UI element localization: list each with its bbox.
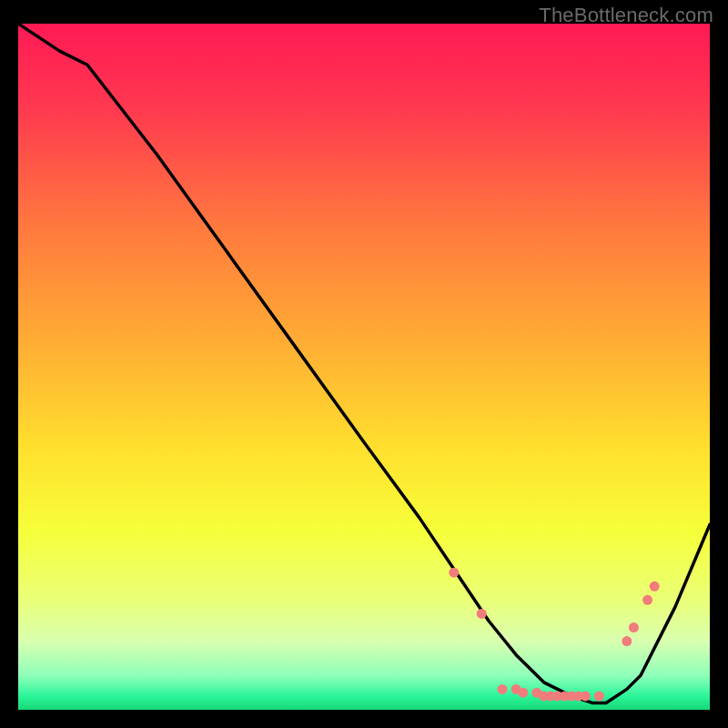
chart-frame: TheBottleneck.com: [0, 0, 728, 728]
svg-rect-0: [18, 24, 710, 710]
background-gradient: [18, 24, 710, 710]
plot-area: [18, 24, 710, 710]
